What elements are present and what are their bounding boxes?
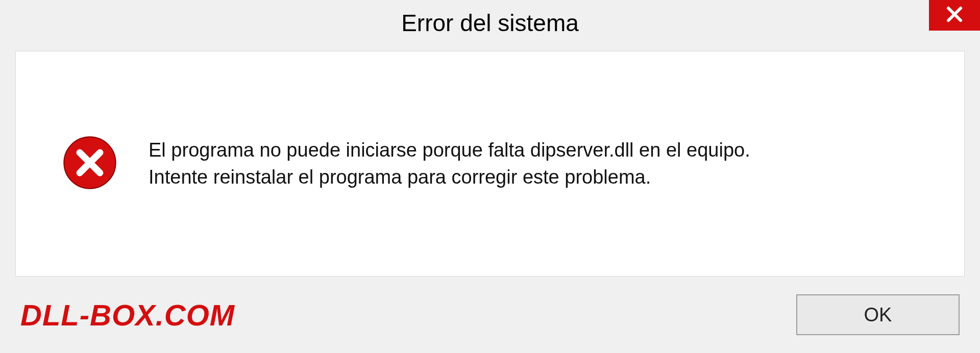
error-message-line1: El programa no puede iniciarse porque fa… [149, 137, 750, 164]
error-icon [62, 135, 118, 193]
error-message-line2: Intente reinstalar el programa para corr… [149, 164, 750, 191]
error-message: El programa no puede iniciarse porque fa… [149, 137, 750, 191]
close-button[interactable] [929, 0, 980, 31]
close-icon [945, 5, 964, 26]
ok-button[interactable]: OK [796, 294, 960, 335]
dialog-footer: DLL-BOX.COM OK [0, 276, 980, 353]
message-panel: El programa no puede iniciarse porque fa… [15, 51, 965, 276]
watermark-text: DLL-BOX.COM [20, 298, 235, 332]
titlebar: Error del sistema [0, 0, 980, 46]
dialog-title: Error del sistema [401, 9, 579, 37]
